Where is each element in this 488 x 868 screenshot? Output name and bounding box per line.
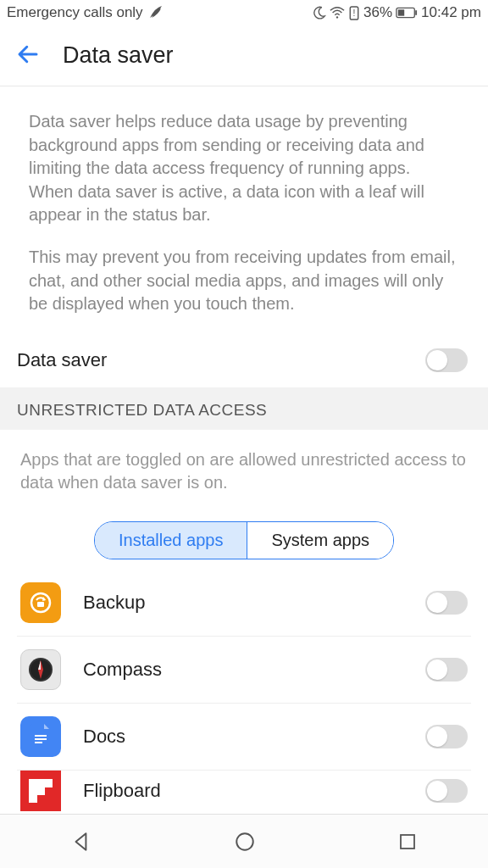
app-row-docs: Docs — [17, 704, 471, 771]
backup-icon — [20, 582, 61, 623]
app-name: Flipboard — [83, 780, 425, 802]
tab-system-apps[interactable]: System apps — [247, 522, 393, 559]
app-row-backup: Backup — [17, 570, 471, 637]
clock: 10:42 pm — [421, 4, 481, 21]
svg-rect-16 — [37, 787, 45, 795]
svg-rect-5 — [415, 10, 417, 15]
description-block: Data saver helps reduce data usage by pr… — [0, 86, 488, 333]
section-header: UNRESTRICTED DATA ACCESS — [0, 387, 488, 430]
data-alert-icon: ! — [348, 6, 360, 20]
data-saver-toggle[interactable] — [425, 348, 468, 372]
data-saver-toggle-row: Data saver — [0, 333, 488, 387]
svg-point-17 — [236, 833, 253, 850]
tab-bar: Installed apps System apps — [0, 521, 488, 559]
wifi-icon — [330, 6, 345, 19]
svg-rect-4 — [398, 9, 404, 15]
signal-icon — [148, 6, 164, 19]
nav-recent-button[interactable] — [397, 832, 418, 852]
nav-home-button[interactable] — [234, 831, 256, 853]
app-row-compass: Compass — [17, 637, 471, 704]
app-row-flipboard: Flipboard — [17, 771, 471, 811]
compass-icon — [20, 649, 61, 690]
app-header: Data saver — [0, 25, 488, 86]
svg-rect-18 — [401, 835, 414, 849]
battery-percent: 36% — [363, 4, 392, 21]
moon-icon — [312, 6, 326, 20]
svg-rect-14 — [29, 779, 37, 803]
svg-rect-12 — [35, 742, 42, 743]
svg-rect-10 — [35, 735, 47, 737]
svg-rect-7 — [37, 602, 44, 607]
app-list: Backup Compass Docs Flipboard — [0, 570, 488, 811]
svg-rect-15 — [37, 779, 53, 787]
compass-toggle[interactable] — [425, 658, 468, 682]
nav-back-button[interactable] — [70, 831, 92, 853]
backup-toggle[interactable] — [425, 591, 468, 615]
navigation-bar — [0, 814, 488, 868]
docs-icon — [20, 716, 61, 757]
flipboard-icon — [20, 771, 61, 811]
back-button[interactable] — [15, 42, 41, 70]
docs-toggle[interactable] — [425, 725, 468, 748]
app-name: Compass — [83, 659, 425, 681]
tab-installed-apps[interactable]: Installed apps — [95, 522, 247, 559]
data-saver-label: Data saver — [17, 349, 107, 371]
flipboard-toggle[interactable] — [425, 779, 468, 803]
description-p2: This may prevent you from receiving upda… — [29, 246, 459, 316]
app-name: Backup — [83, 592, 425, 614]
status-bar: Emergency calls only ! 36% 10:42 pm — [0, 0, 488, 25]
svg-text:!: ! — [353, 8, 356, 18]
svg-rect-11 — [35, 738, 47, 740]
svg-point-0 — [336, 16, 338, 18]
page-title: Data saver — [63, 42, 174, 69]
description-p1: Data saver helps reduce data usage by pr… — [29, 110, 459, 227]
battery-icon — [396, 7, 418, 19]
app-name: Docs — [83, 726, 425, 748]
section-description: Apps that are toggled on are allowed unr… — [0, 430, 488, 503]
network-status: Emergency calls only — [7, 4, 143, 21]
content-area: Data saver helps reduce data usage by pr… — [0, 86, 488, 814]
